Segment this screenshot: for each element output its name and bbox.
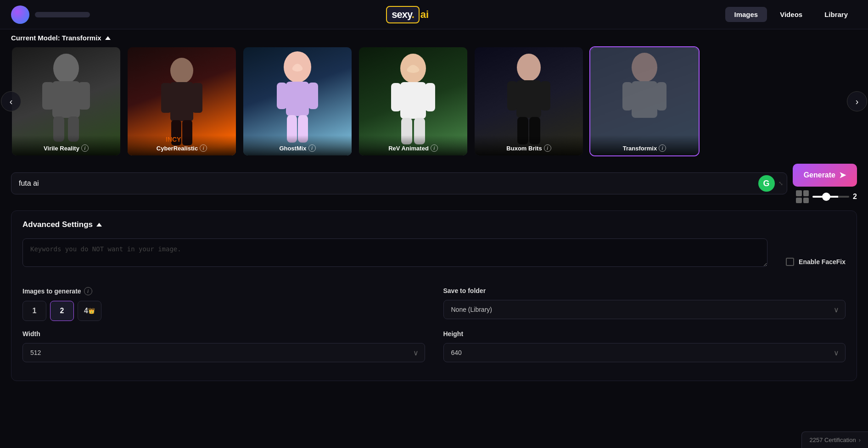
model-card-buxom-brits[interactable]: Buxom Brits i [474, 46, 584, 156]
model-info-icon-6[interactable]: i [659, 144, 666, 152]
model-name-3: GhostMix [279, 145, 306, 152]
model-card-virile-reality[interactable]: Virile Reality i [11, 46, 121, 156]
svg-point-31 [632, 53, 657, 82]
model-info-icon-4[interactable]: i [431, 144, 438, 152]
images-to-generate-col: Images to generate i 1 2 4 👑 [22, 287, 425, 321]
neg-prompt-input[interactable] [22, 238, 767, 267]
height-label: Height [443, 330, 846, 337]
count-btn-4[interactable]: 4 👑 [78, 301, 101, 321]
grid-cell-3 [796, 198, 802, 204]
svg-point-6 [170, 58, 193, 83]
advanced-settings-title: Advanced Settings [22, 220, 93, 229]
svg-rect-9 [192, 83, 202, 113]
height-select-wrapper: 640 768 1024 ∨ [443, 343, 846, 362]
nav-library-button[interactable]: Library [815, 7, 857, 22]
model-card-cyber-realistic[interactable]: INCY CyberRealistic i [127, 46, 237, 156]
svg-rect-22 [425, 83, 435, 111]
model-label-3: GhostMix i [243, 135, 352, 155]
nav-videos-button[interactable]: Videos [771, 7, 812, 22]
count-slider-wrapper: 2 [812, 193, 857, 201]
model-card-transformix[interactable]: Transformix i [589, 46, 700, 156]
svg-point-0 [53, 54, 79, 83]
generate-button[interactable]: Generate ➤ [793, 164, 857, 187]
svg-rect-21 [391, 83, 401, 111]
width-select-wrapper: 512 768 1024 ∨ [22, 343, 425, 362]
facefix-section: Enable FaceFix [786, 238, 846, 278]
height-select[interactable]: 640 768 1024 [443, 343, 846, 362]
model-selector: Current Model: Transformix ‹ [0, 29, 868, 156]
svg-rect-3 [78, 82, 90, 110]
facefix-checkbox[interactable] [786, 258, 794, 266]
crown-icon: 👑 [88, 308, 95, 314]
model-name-6: Transformix [623, 145, 657, 152]
svg-rect-32 [632, 81, 657, 118]
logo: sexy. ai [386, 6, 429, 23]
folder-select[interactable]: None (Library) Favorites Collection 1 [443, 300, 846, 319]
certification-footer[interactable]: 2257 Certification › [801, 431, 868, 448]
generate-label: Generate [804, 171, 835, 179]
model-name-4: ReV Animated [388, 145, 429, 152]
model-name-2: CyberRealistic [157, 145, 198, 152]
advanced-settings-panel: Advanced Settings Enable FaceFix Images … [11, 210, 857, 381]
svg-rect-1 [52, 81, 80, 118]
nav-right: Images Videos Library [725, 7, 857, 22]
prompt-input-wrapper: G ⤡ [11, 172, 787, 194]
logo-text: sexy. [386, 6, 419, 23]
images-to-generate-label: Images to generate i [22, 287, 425, 295]
prompt-input[interactable] [11, 173, 758, 194]
avatar[interactable] [11, 6, 29, 24]
svg-rect-27 [507, 81, 517, 111]
model-info-icon-5[interactable]: i [544, 144, 551, 152]
count-btn-1-label: 1 [33, 307, 37, 315]
grid-cell-2 [803, 190, 809, 196]
image-count-buttons: 1 2 4 👑 [22, 301, 425, 321]
count-slider[interactable] [812, 196, 849, 198]
width-label-text: Width [22, 330, 40, 337]
grid-view-icon[interactable] [796, 190, 809, 203]
save-to-folder-col: Save to folder None (Library) Favorites … [443, 287, 846, 321]
svg-rect-34 [656, 82, 666, 111]
save-to-folder-text: Save to folder [443, 287, 486, 294]
resize-handle-icon: ⤡ [778, 180, 783, 187]
grammar-check-icon[interactable]: G [758, 175, 775, 192]
model-name-1: Virile Reality [44, 145, 79, 152]
model-info-icon-1[interactable]: i [81, 144, 89, 152]
model-carousel: ‹ Virile Reality i [11, 46, 857, 156]
svg-rect-7 [170, 82, 193, 121]
count-btn-2-label: 2 [60, 307, 64, 315]
certification-arrow-icon: › [859, 437, 861, 443]
count-btn-1[interactable]: 1 [22, 301, 46, 321]
settings-row-1: Images to generate i 1 2 4 👑 [22, 287, 846, 321]
model-label-5: Buxom Brits i [475, 135, 583, 155]
advanced-settings-header[interactable]: Advanced Settings [22, 220, 846, 229]
model-info-icon-3[interactable]: i [308, 144, 316, 152]
nav-images-button[interactable]: Images [725, 7, 767, 22]
current-model-label: Current Model: Transformix [11, 34, 101, 42]
carousel-prev-button[interactable]: ‹ [1, 91, 21, 111]
count-btn-2[interactable]: 2 [50, 301, 74, 321]
images-to-generate-help-icon[interactable]: i [84, 287, 92, 295]
svg-rect-26 [516, 80, 541, 118]
width-label: Width [22, 330, 425, 337]
width-col: Width 512 768 1024 ∨ [22, 330, 425, 362]
model-info-icon-2[interactable]: i [200, 144, 207, 152]
count-btn-4-label: 4 [84, 307, 88, 315]
width-select[interactable]: 512 768 1024 [22, 343, 425, 362]
count-value: 2 [853, 193, 857, 201]
save-to-folder-label: Save to folder [443, 287, 846, 294]
logo-sexy: sexy [392, 9, 411, 20]
model-name-5: Buxom Brits [506, 145, 542, 152]
model-label-6: Transformix i [590, 135, 699, 155]
prompt-section: G ⤡ Generate ➤ 2 [11, 164, 857, 203]
neg-prompt-section [22, 238, 767, 278]
logo-dot: . [412, 9, 414, 20]
svg-rect-16 [308, 83, 318, 109]
main-content: G ⤡ Generate ➤ 2 [0, 156, 868, 388]
height-label-text: Height [443, 330, 464, 337]
certification-label: 2257 Certification [809, 437, 856, 443]
model-card-ghost-mix[interactable]: GhostMix i [242, 46, 353, 156]
generate-section: Generate ➤ 2 [793, 164, 857, 203]
model-selector-header[interactable]: Current Model: Transformix [11, 34, 857, 42]
carousel-next-button[interactable]: › [847, 91, 867, 111]
model-card-rev-animated[interactable]: ReV Animated i [358, 46, 468, 156]
